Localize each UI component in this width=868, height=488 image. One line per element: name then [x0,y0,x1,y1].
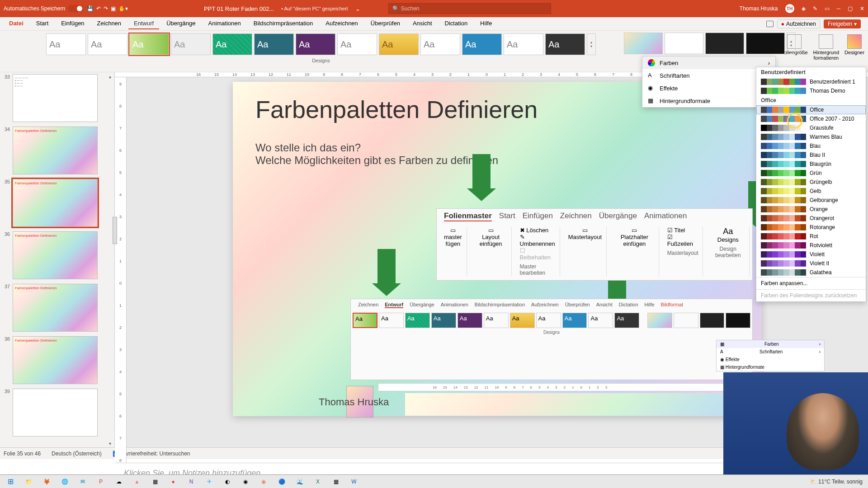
username[interactable]: Thomas Hruska [740,5,778,12]
tab-view[interactable]: Ansicht [407,18,438,29]
tab-slideshow[interactable]: Bildschirmpräsentation [248,18,319,29]
taskbar-onenote-icon[interactable]: N [183,475,200,488]
undo-icon[interactable]: ↶ [96,5,101,12]
close-icon[interactable]: ✕ [860,5,864,12]
color-scheme-item[interactable]: Office 2007 - 2010 [756,114,866,123]
theme-thumb[interactable]: Aa [545,33,585,55]
theme-thumb[interactable]: Aa [420,33,460,55]
tab-start[interactable]: Start [31,18,54,29]
tab-design[interactable]: Entwurf [128,18,159,29]
slide-thumbnail[interactable]: 38Farbenpaletten Definieren [2,336,111,384]
ribbon-display-icon[interactable]: ✎ [813,5,817,12]
menu-effects[interactable]: ◉Effekte› [642,82,775,94]
color-scheme-item[interactable]: Rotorange [756,223,866,232]
menu-fonts[interactable]: ASchriftarten› [642,69,775,82]
theme-thumb[interactable]: Aa [296,33,335,55]
panel-splitter[interactable] [113,217,117,244]
start-button[interactable]: ⊞ [2,475,19,488]
color-scheme-item[interactable]: Rot [756,232,866,241]
theme-thumb[interactable]: Aa [88,33,127,55]
taskbar-explorer-icon[interactable]: 📁 [20,475,37,488]
color-scheme-item[interactable]: Gelb [756,187,866,196]
slide-thumbnail[interactable]: 34Farbenpaletten Definieren [2,127,111,174]
tab-animations[interactable]: Animationen [203,18,246,29]
color-scheme-item[interactable]: Rotviolett [756,241,866,250]
color-scheme-item[interactable]: Orangerot [756,214,866,223]
weather-widget[interactable]: ⛅ 11°C Teilw. sonnig [810,479,863,485]
color-scheme-item[interactable]: Office [756,105,866,114]
color-scheme-item[interactable]: Grün [756,169,866,178]
color-scheme-item[interactable]: Gelborange [756,196,866,205]
tab-transitions[interactable]: Übergänge [161,18,201,29]
menu-background-formats[interactable]: ▦Hintergrundformate› [642,94,775,107]
variant-thumb[interactable] [624,33,663,54]
color-scheme-item[interactable]: Blau [756,141,866,150]
theme-thumb[interactable]: Aa [212,33,252,55]
save-icon[interactable]: 💾 [87,5,94,12]
title-dropdown-icon[interactable]: ⌄ [355,5,360,12]
taskbar-app-icon[interactable]: ☁ [110,475,127,488]
theme-thumb[interactable]: Aa [171,33,211,55]
minimize-icon[interactable]: ─ [837,5,841,12]
color-scheme-item[interactable]: Grüngelb [756,178,866,187]
taskbar-app-icon[interactable]: ▦ [327,475,344,488]
color-scheme-item[interactable]: Violett II [756,259,866,268]
language-indicator[interactable]: Deutsch (Österreich) [52,450,102,457]
present-from-start-icon[interactable]: ▣ [111,5,116,12]
theme-gallery-more[interactable]: ▴▾ [587,33,596,55]
search-box[interactable]: 🔍 Suchen [388,3,551,14]
comments-icon[interactable] [766,21,774,27]
color-scheme-item[interactable]: Benutzerdefiniert 1 [756,77,866,86]
taskbar-powerpoint-icon[interactable]: P [92,475,109,488]
taskbar-app-icon[interactable]: ◐ [219,475,236,488]
autosave-toggle[interactable] [68,5,84,12]
color-scheme-item[interactable]: Thomas Demo [756,86,866,95]
color-scheme-item[interactable]: Galathea [756,268,866,277]
tab-file[interactable]: Datei [4,18,29,29]
variant-thumb[interactable] [665,33,703,54]
taskbar-telegram-icon[interactable]: ✈ [201,475,218,488]
tab-help[interactable]: Hilfe [475,18,497,29]
variants-more[interactable]: ▴▾ [787,33,796,54]
theme-thumb[interactable]: Aa [254,33,294,55]
color-scheme-item[interactable]: Orange [756,205,866,214]
color-scheme-item[interactable]: Violett [756,250,866,259]
taskbar-edge-icon[interactable]: 🌊 [291,475,308,488]
taskbar-vlc-icon[interactable]: ▲ [128,475,146,488]
taskbar-outlook-icon[interactable]: ✉ [74,475,91,488]
theme-thumb[interactable]: Aa [462,33,502,55]
tab-dictation[interactable]: Dictation [439,18,473,29]
taskbar-app-icon[interactable]: ● [165,475,182,488]
designer-button[interactable]: Designer [843,33,866,57]
theme-thumb[interactable]: Aa [46,33,86,55]
scroll-down-icon[interactable]: ▾ [107,440,113,446]
share-button[interactable]: Freigeben ▾ [824,19,861,28]
theme-thumb[interactable]: Aa [504,33,543,55]
taskbar-excel-icon[interactable]: X [309,475,326,488]
theme-thumb[interactable]: Aa [379,33,419,55]
scroll-up-icon[interactable]: ▴ [107,73,113,80]
thumbnail-scrollbar[interactable]: ▴ ▾ [105,72,114,447]
ribbon-mode-icon[interactable]: ▭ [825,5,830,12]
taskbar-word-icon[interactable]: W [345,475,363,488]
format-background-button[interactable]: Hintergrund formatieren [811,33,841,62]
taskbar-app-icon[interactable]: ◉ [255,475,272,488]
taskbar-chrome-icon[interactable]: 🌐 [56,475,73,488]
taskbar-app-icon[interactable]: ▦ [146,475,164,488]
taskbar-firefox-icon[interactable]: 🦊 [38,475,55,488]
tab-review[interactable]: Überprüfen [365,18,406,29]
theme-thumb[interactable]: Aa [337,33,377,55]
customize-colors[interactable]: Farben anpassen... [756,277,866,289]
color-scheme-item[interactable]: Warmes Blau [756,132,866,141]
tab-insert[interactable]: Einfügen [56,18,90,29]
variant-thumb[interactable] [705,33,744,54]
taskbar-obs-icon[interactable]: ◉ [237,475,254,488]
record-button[interactable]: ●Aufzeichnen [777,19,820,28]
tab-record[interactable]: Aufzeichnen [320,18,363,29]
user-avatar[interactable]: TH [785,4,794,13]
coming-soon-icon[interactable]: ◈ [802,5,806,12]
maximize-icon[interactable]: ▢ [848,5,853,12]
slide-thumbnail[interactable]: 33— — — —• — —• — —• — — [2,74,111,122]
tab-draw[interactable]: Zeichnen [92,18,127,29]
slide-thumbnail[interactable]: 36Farbenpaletten Definieren [2,231,111,279]
